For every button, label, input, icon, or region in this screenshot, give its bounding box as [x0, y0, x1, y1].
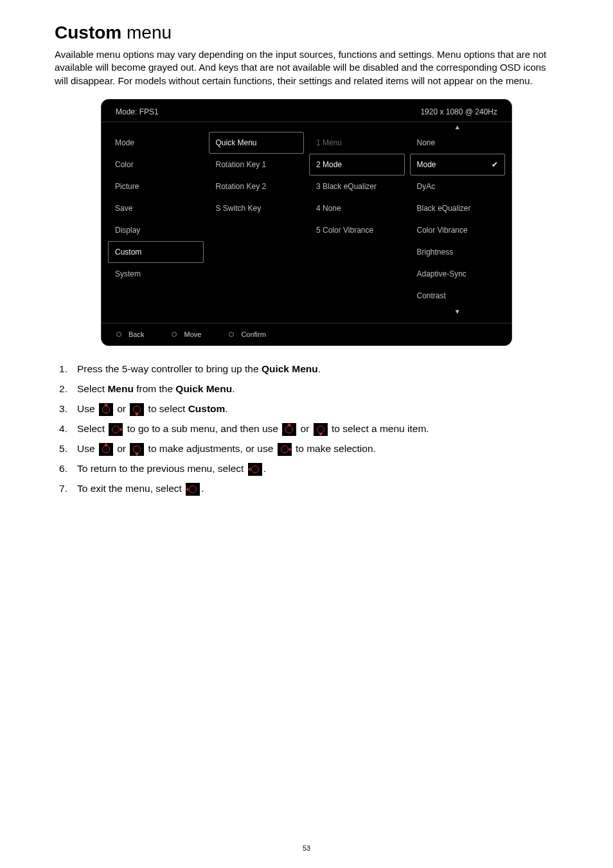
- menu-custom[interactable]: Custom: [108, 241, 204, 263]
- osd-footer: Back Move Confirm: [102, 323, 511, 345]
- option-mode-label: Mode: [417, 160, 436, 169]
- menu-mode[interactable]: Mode: [108, 132, 204, 154]
- title-rest: menu: [121, 23, 172, 42]
- osd-col-4: ▲ None Mode ✔ DyAc Black eQualizer Color…: [407, 122, 508, 316]
- option-black-equalizer[interactable]: Black eQualizer: [410, 197, 506, 219]
- spacer: [309, 122, 405, 132]
- joystick-left-icon: [114, 330, 123, 339]
- page-title: Custom menu: [55, 23, 558, 43]
- osd-header: Mode: FPS1 1920 x 1080 @ 240Hz: [102, 100, 511, 122]
- slot-2-mode[interactable]: 2 Mode: [309, 154, 405, 176]
- slot-4-none[interactable]: 4 None: [309, 197, 405, 219]
- control-confirm-label: Confirm: [241, 330, 266, 338]
- joystick-right-icon: [278, 443, 292, 456]
- slot-3-black-equalizer[interactable]: 3 Black eQualizer: [309, 176, 405, 197]
- submenu-rotation-key-2[interactable]: Rotation Key 2: [209, 176, 305, 197]
- joystick-up-icon: [99, 443, 113, 456]
- check-icon: ✔: [492, 160, 498, 169]
- joystick-updown-icon: [170, 330, 179, 339]
- instruction-list: Press the 5-way controller to bring up t…: [55, 362, 558, 496]
- title-bold: Custom: [55, 23, 121, 42]
- intro-paragraph: Available menu options may vary dependin…: [55, 48, 558, 87]
- joystick-left-icon: [248, 463, 262, 476]
- control-back-label: Back: [129, 330, 144, 338]
- osd-body: Mode Color Picture Save Display Custom S…: [102, 122, 511, 323]
- submenu-quick-menu[interactable]: Quick Menu: [209, 132, 305, 154]
- joystick-up-icon: [282, 423, 296, 436]
- step-1: Press the 5-way controller to bring up t…: [77, 362, 558, 376]
- osd-col-3: 1 Menu 2 Mode 3 Black eQualizer 4 None 5…: [306, 122, 407, 316]
- control-move: Move: [170, 330, 201, 339]
- slot-1-menu: 1 Menu: [309, 132, 405, 154]
- scroll-up-icon[interactable]: ▲: [410, 122, 506, 132]
- osd-mode-label: Mode: FPS1: [116, 107, 159, 116]
- option-mode[interactable]: Mode ✔: [410, 154, 506, 176]
- control-confirm: Confirm: [227, 330, 266, 339]
- spacer: [108, 122, 204, 132]
- submenu-s-switch-key[interactable]: S Switch Key: [209, 197, 305, 219]
- joystick-left-icon: [186, 483, 200, 496]
- joystick-down-icon: [130, 403, 144, 416]
- option-contrast[interactable]: Contrast: [410, 285, 506, 307]
- menu-color[interactable]: Color: [108, 154, 204, 176]
- option-dyac[interactable]: DyAc: [410, 176, 506, 197]
- joystick-up-icon: [99, 403, 113, 416]
- submenu-rotation-key-1[interactable]: Rotation Key 1: [209, 154, 305, 176]
- joystick-down-icon: [130, 443, 144, 456]
- step-4: Select to go to a sub menu, and then use…: [77, 422, 558, 436]
- scroll-down-icon[interactable]: ▼: [410, 307, 506, 316]
- spacer: [209, 122, 305, 132]
- step-3: Use or to select Custom.: [77, 402, 558, 416]
- page-number: 53: [0, 844, 613, 852]
- joystick-press-icon: [227, 330, 236, 339]
- osd-col-1: Mode Color Picture Save Display Custom S…: [105, 122, 206, 316]
- osd-resolution: 1920 x 1080 @ 240Hz: [420, 107, 497, 116]
- menu-picture[interactable]: Picture: [108, 176, 204, 197]
- step-5: Use or to make adjustments, or use to ma…: [77, 442, 558, 456]
- step-2: Select Menu from the Quick Menu.: [77, 382, 558, 396]
- slot-5-color-vibrance[interactable]: 5 Color Vibrance: [309, 219, 405, 241]
- step-6: To return to the previous menu, select .: [77, 462, 558, 476]
- osd-col-2: Quick Menu Rotation Key 1 Rotation Key 2…: [206, 122, 307, 316]
- option-brightness[interactable]: Brightness: [410, 241, 506, 263]
- joystick-right-icon: [109, 423, 123, 436]
- option-color-vibrance[interactable]: Color Vibrance: [410, 219, 506, 241]
- control-back: Back: [114, 330, 144, 339]
- menu-save[interactable]: Save: [108, 197, 204, 219]
- osd-panel: Mode: FPS1 1920 x 1080 @ 240Hz Mode Colo…: [101, 99, 512, 346]
- menu-system[interactable]: System: [108, 263, 204, 285]
- joystick-down-icon: [314, 423, 328, 436]
- control-move-label: Move: [184, 330, 201, 338]
- menu-display[interactable]: Display: [108, 219, 204, 241]
- step-7: To exit the menu, select .: [77, 482, 558, 496]
- option-none[interactable]: None: [410, 132, 506, 154]
- option-adaptive-sync[interactable]: Adaptive-Sync: [410, 263, 506, 285]
